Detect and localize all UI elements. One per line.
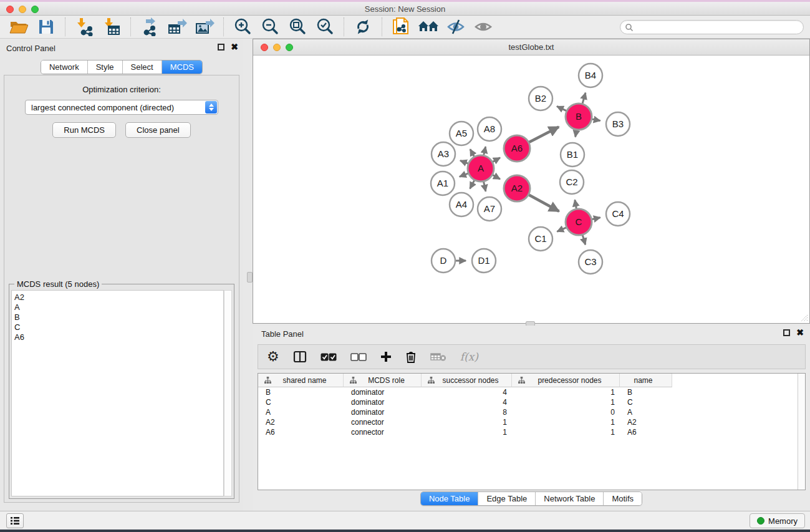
- tab-network[interactable]: Network: [41, 60, 88, 74]
- table-cell[interactable]: A2: [258, 417, 344, 427]
- open-session-button[interactable]: [9, 17, 29, 37]
- table-cell[interactable]: B: [258, 387, 344, 397]
- edge-B-B4[interactable]: [582, 93, 586, 104]
- table-row[interactable]: Adominator80A: [258, 407, 805, 417]
- apply-layout-button[interactable]: [353, 17, 373, 37]
- edge-A-A4[interactable]: [470, 180, 475, 188]
- edge-C-C2[interactable]: [575, 200, 576, 208]
- zoom-in-button[interactable]: [233, 17, 253, 37]
- close-panel-button[interactable]: Close panel: [125, 122, 191, 138]
- column-header-name[interactable]: name: [620, 374, 672, 387]
- edge-B-B1[interactable]: [576, 130, 577, 137]
- function-builder-button[interactable]: f(x): [460, 351, 478, 363]
- export-table-button[interactable]: [167, 17, 187, 37]
- tab-network-table[interactable]: Network Table: [536, 492, 604, 505]
- table-cell[interactable]: connector: [344, 417, 422, 427]
- zoom-fit-button[interactable]: [287, 17, 307, 37]
- table-cell[interactable]: A6: [620, 427, 672, 437]
- table-cell[interactable]: 0: [512, 407, 620, 417]
- vertical-splitter-handle[interactable]: [247, 272, 253, 283]
- float-table-panel-icon[interactable]: [783, 329, 790, 336]
- result-item[interactable]: A2: [14, 293, 223, 302]
- table-cell[interactable]: C: [258, 397, 344, 407]
- table-cell[interactable]: 1: [512, 417, 620, 427]
- result-item[interactable]: B: [14, 312, 223, 322]
- column-header-successor-nodes[interactable]: successor nodes: [422, 374, 512, 387]
- show-columns-button[interactable]: [293, 351, 307, 363]
- result-item[interactable]: A6: [14, 332, 223, 342]
- import-table-button[interactable]: [102, 17, 122, 37]
- search-input[interactable]: [634, 22, 803, 33]
- run-mcds-button[interactable]: Run MCDS: [52, 122, 116, 138]
- column-header-shared-name[interactable]: shared name: [258, 374, 344, 387]
- table-cell[interactable]: dominator: [344, 387, 422, 397]
- table-cell[interactable]: 1: [422, 427, 512, 437]
- window-resize-grip[interactable]: [800, 314, 808, 322]
- table-cell[interactable]: 1: [512, 427, 620, 437]
- import-network-button[interactable]: [74, 17, 94, 37]
- table-cell[interactable]: A: [258, 407, 344, 417]
- export-network-button[interactable]: [140, 17, 160, 37]
- edge-B-B2[interactable]: [557, 106, 566, 110]
- table-cell[interactable]: 8: [422, 407, 512, 417]
- table-cell[interactable]: A: [620, 407, 672, 417]
- edge-A-A8[interactable]: [484, 147, 486, 155]
- first-neighbors-button[interactable]: [418, 17, 438, 37]
- delete-columns-button[interactable]: [405, 351, 417, 363]
- table-cell[interactable]: connector: [344, 427, 422, 437]
- select-all-columns-button[interactable]: [321, 353, 337, 361]
- table-cell[interactable]: 1: [512, 397, 620, 407]
- unselect-all-columns-button[interactable]: [350, 353, 367, 361]
- tab-edge-table[interactable]: Edge Table: [478, 492, 536, 505]
- task-history-button[interactable]: [6, 513, 24, 528]
- table-settings-button[interactable]: ⚙: [267, 350, 279, 364]
- table-cell[interactable]: C: [620, 397, 672, 407]
- tab-style[interactable]: Style: [88, 60, 123, 74]
- column-header-predecessor-nodes[interactable]: predecessor nodes: [512, 374, 620, 387]
- table-cell[interactable]: dominator: [344, 407, 422, 417]
- table-row[interactable]: Cdominator41C: [258, 397, 805, 407]
- edge-A6-B[interactable]: [529, 127, 559, 142]
- network-from-file-button[interactable]: [391, 17, 411, 37]
- table-cell[interactable]: 4: [422, 387, 512, 397]
- tab-mcds[interactable]: MCDS: [162, 60, 202, 74]
- close-panel-icon[interactable]: ✖: [231, 44, 238, 51]
- table-row[interactable]: A2connector11A2: [258, 417, 805, 427]
- criterion-dropdown[interactable]: largest connected component (directed): [25, 100, 218, 115]
- result-list-scrollbar[interactable]: [224, 290, 232, 496]
- table-scrollbar[interactable]: [798, 374, 805, 490]
- edge-A-A2[interactable]: [493, 175, 500, 179]
- edge-C-C4[interactable]: [592, 218, 600, 220]
- network-graph[interactable]: A5A8A3A1A4A7AA6A2BB2B4B3B1CC2C4C1C3DD1: [253, 56, 809, 323]
- table-row[interactable]: Bdominator41B: [258, 387, 805, 397]
- delete-table-button[interactable]: [430, 352, 446, 362]
- edge-B-B3[interactable]: [592, 119, 600, 120]
- table-cell[interactable]: 4: [422, 397, 512, 407]
- edge-C-C3[interactable]: [582, 235, 586, 244]
- tab-motifs[interactable]: Motifs: [604, 492, 642, 505]
- column-header-MCDS-role[interactable]: MCDS role: [344, 374, 422, 387]
- mcds-result-list[interactable]: A2ABCA6: [11, 290, 224, 496]
- close-table-panel-icon[interactable]: ✖: [796, 329, 804, 336]
- edge-A-A7[interactable]: [484, 182, 486, 191]
- edge-C-C1[interactable]: [557, 228, 566, 231]
- table-cell[interactable]: A2: [620, 417, 672, 427]
- table-cell[interactable]: B: [620, 387, 672, 397]
- result-item[interactable]: C: [14, 322, 223, 332]
- network-window-titlebar[interactable]: testGlobe.txt: [253, 39, 809, 56]
- result-item[interactable]: A: [14, 302, 223, 312]
- zoom-out-button[interactable]: [260, 17, 280, 37]
- show-details-button[interactable]: [473, 17, 493, 37]
- tab-node-table[interactable]: Node Table: [421, 492, 479, 505]
- edge-A-A3[interactable]: [460, 160, 468, 163]
- table-cell[interactable]: 1: [512, 387, 620, 397]
- edge-A-A1[interactable]: [460, 173, 468, 177]
- edge-A2-C[interactable]: [529, 195, 559, 211]
- table-cell[interactable]: A6: [258, 427, 344, 437]
- memory-button[interactable]: Memory: [750, 513, 805, 528]
- create-column-button[interactable]: [380, 351, 392, 362]
- zoom-selected-button[interactable]: [315, 17, 335, 37]
- table-row[interactable]: A6connector11A6: [258, 427, 805, 437]
- export-image-button[interactable]: [195, 17, 215, 37]
- global-search-field[interactable]: [620, 20, 804, 34]
